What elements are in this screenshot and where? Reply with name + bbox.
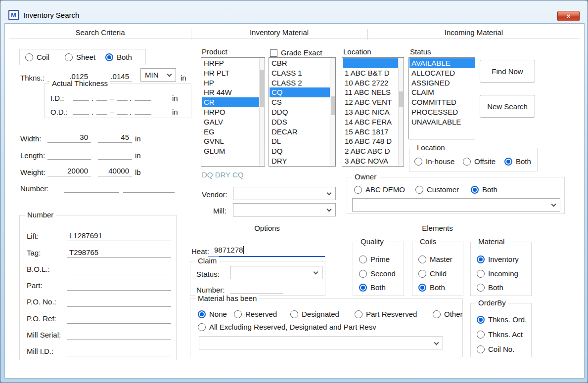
list-item[interactable]: HP [202,78,265,88]
mhb-other-radio[interactable]: Other [433,310,463,318]
status-listbox[interactable]: AVAILABLEALLOCATEDASSIGNEDCLAIMCOMMITTED… [408,57,475,139]
list-item[interactable]: CLASS 2 [270,78,335,88]
location-both-radio[interactable]: Both [504,157,531,166]
quality-both-radio[interactable]: Both [359,283,386,292]
od-input-3[interactable] [117,103,128,115]
list-item[interactable]: HRPO [202,107,265,117]
number-from-input[interactable] [64,181,119,193]
claim-status-select[interactable] [230,266,322,279]
scrollbar[interactable] [398,58,404,166]
offsite-radio[interactable]: Offsite [463,157,496,166]
list-item[interactable]: PROCESSED [409,107,475,117]
mhb-all-excluding-radio[interactable]: All Excluding Reserved, Designated and P… [198,323,376,331]
mill-id-input[interactable] [67,355,171,356]
list-item[interactable]: ASSIGNED [409,78,475,88]
list-item[interactable]: 10 ABC 2722 [343,78,404,88]
type-both-radio[interactable]: Both [105,53,132,61]
list-item[interactable]: CLAIM [409,87,475,97]
vendor-select[interactable] [233,187,336,200]
list-item[interactable]: DDS [270,117,335,127]
mhb-part-reserved-radio[interactable]: Part Resverved [355,310,417,318]
scrollbar-thumb[interactable] [399,91,403,107]
list-item[interactable]: GVNL [202,136,265,146]
owner-select[interactable] [352,198,560,212]
material-incoming-radio[interactable]: Incoming [477,269,518,278]
scrollbar-thumb[interactable] [331,96,335,115]
orderby-thkns-ord-radio[interactable]: Thkns. Ord. [477,315,527,324]
list-item[interactable] [343,58,404,68]
scrollbar[interactable] [330,58,335,166]
mhb-none-radio[interactable]: None [198,310,227,318]
list-item[interactable]: CS [270,97,335,107]
id-input-2[interactable] [96,89,107,101]
material-both-radio[interactable]: Both [477,283,503,292]
list-item[interactable]: UNAVAILABLE [409,117,475,127]
length-from-input[interactable] [47,148,91,160]
list-item[interactable]: GALV [202,117,265,127]
list-item[interactable]: 12 ABC VENT [343,97,404,107]
od-input-2[interactable] [96,103,107,115]
type-coil-radio[interactable]: Coil [25,53,49,61]
width-from-input[interactable]: 30 [47,131,91,143]
tag-input[interactable]: T298765 [67,248,171,258]
weight-from-input[interactable]: 20000 [47,165,91,176]
lift-input[interactable]: L1287691 [67,231,171,241]
list-item[interactable]: 13 ABC NICA [343,107,404,117]
scrollbar-thumb[interactable] [260,70,264,107]
coils-child-radio[interactable]: Child [418,269,447,278]
inhouse-radio[interactable]: In-house [414,157,454,166]
list-item[interactable]: DQ [270,146,335,156]
list-item[interactable]: HR 44W [202,87,265,97]
find-now-button[interactable]: Find Now [480,60,535,83]
coils-both-radio[interactable]: Both [418,283,445,292]
list-item[interactable]: COMMITTED [409,97,475,107]
coils-master-radio[interactable]: Master [418,255,452,263]
list-item[interactable]: 14 ABC FERA [343,117,404,127]
po-ref-input[interactable] [67,322,171,324]
bol-input[interactable] [67,273,171,274]
po-no-input[interactable] [67,305,171,307]
list-item[interactable]: 3 ABC NOVA [343,156,404,166]
new-search-button[interactable]: New Search [480,95,535,118]
titlebar[interactable]: M Inventory Search [0,0,588,23]
list-item[interactable]: DDQ [270,107,335,117]
width-to-input[interactable]: 45 [98,131,132,143]
list-item[interactable]: 16 ABC 748 D [343,136,404,146]
thkns-mode-select[interactable]: MIN [140,68,176,82]
quality-prime-radio[interactable]: Prime [359,255,390,263]
list-item[interactable]: DRY [270,156,335,166]
part-input[interactable] [67,289,171,291]
grade-listbox[interactable]: CBRCLASS 1CLASS 2CQCSDDQDDSDECARDLDQDRY [269,57,336,167]
list-item[interactable]: DL [270,136,335,146]
mhb-reserved-radio[interactable]: Reserved [234,310,277,318]
id-input-1[interactable] [73,89,89,101]
list-item[interactable]: EG [202,127,265,137]
length-to-input[interactable] [98,148,132,160]
list-item[interactable]: ALLOCATED [409,68,475,78]
type-sheet-radio[interactable]: Sheet [65,53,95,61]
list-item[interactable]: CR [202,97,265,107]
list-item[interactable]: CQ [270,87,335,97]
heat-input[interactable]: 9871278 [208,244,325,257]
od-input-1[interactable] [73,103,89,115]
list-item[interactable]: AVAILABLE [409,58,475,68]
id-input-3[interactable] [117,89,128,101]
orderby-coil-no-radio[interactable]: Coil No. [477,345,514,353]
product-listbox[interactable]: HRFPHR PLTHPHR 44WCRHRPOGALVEGGVNLGLUM [201,57,265,167]
scrollbar[interactable] [259,58,265,166]
list-item[interactable]: 15 ABC 1817 [343,127,404,137]
mhb-designated-radio[interactable]: Designated [290,310,339,318]
list-item[interactable]: HR PLT [202,68,265,78]
list-item[interactable]: 11 ABC NELS [343,87,404,97]
material-inventory-radio[interactable]: Inventory [477,255,519,263]
list-item[interactable]: CBR [270,58,335,68]
quality-second-radio[interactable]: Second [359,269,396,278]
list-item[interactable]: CLASS 1 [270,68,335,78]
mill-select[interactable] [233,203,336,216]
list-item[interactable]: DECAR [270,127,335,137]
material-has-been-select[interactable] [199,337,443,349]
id-input-4[interactable] [135,89,151,101]
mill-serial-input[interactable] [67,339,171,340]
close-button[interactable]: × [557,11,580,21]
number-to-input[interactable] [123,181,175,193]
